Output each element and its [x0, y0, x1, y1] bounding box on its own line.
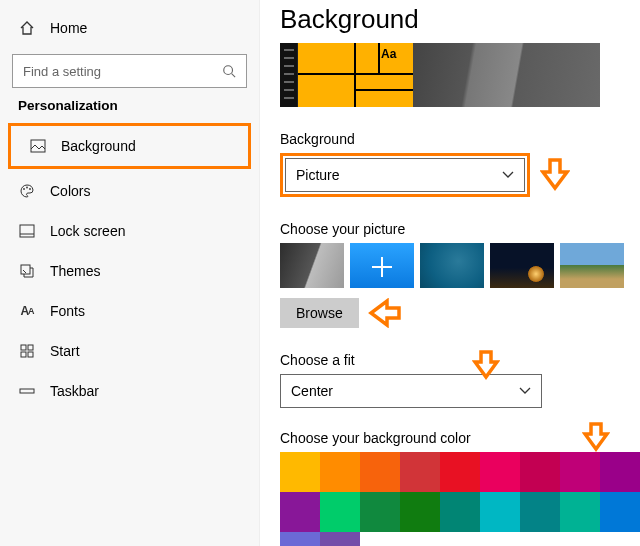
svg-rect-6 — [20, 225, 34, 237]
sidebar-item-label: Taskbar — [50, 383, 99, 399]
color-swatch[interactable] — [360, 492, 400, 532]
sidebar-item-lockscreen[interactable]: Lock screen — [0, 211, 259, 251]
color-swatch[interactable] — [520, 452, 560, 492]
annotation-box: Picture — [280, 153, 530, 197]
fonts-icon: AA — [18, 304, 36, 318]
picture-icon — [29, 139, 47, 153]
svg-rect-11 — [21, 352, 26, 357]
color-swatch[interactable] — [560, 452, 600, 492]
palette-icon — [18, 183, 36, 199]
svg-rect-13 — [20, 389, 34, 393]
themes-icon — [18, 263, 36, 279]
svg-rect-9 — [21, 345, 26, 350]
sidebar-item-label: Themes — [50, 263, 101, 279]
picture-thumb[interactable] — [420, 243, 484, 288]
picture-thumb[interactable] — [560, 243, 624, 288]
sidebar-item-start[interactable]: Start — [0, 331, 259, 371]
sidebar-item-background[interactable]: Background — [11, 126, 248, 166]
color-swatch[interactable] — [480, 492, 520, 532]
sidebar-item-label: Lock screen — [50, 223, 125, 239]
choose-color-label: Choose your background color — [280, 430, 624, 446]
svg-point-5 — [29, 188, 31, 190]
annotation-arrow-icon — [367, 298, 401, 328]
sidebar-home-label: Home — [50, 20, 87, 36]
color-swatch[interactable] — [600, 452, 640, 492]
taskbar-icon — [18, 386, 36, 396]
chevron-down-icon — [519, 387, 531, 395]
sidebar-home[interactable]: Home — [0, 8, 259, 48]
background-dropdown-value: Picture — [296, 167, 340, 183]
background-dropdown[interactable]: Picture — [285, 158, 525, 192]
chevron-down-icon — [502, 171, 514, 179]
color-swatch[interactable] — [600, 492, 640, 532]
browse-button[interactable]: Browse — [280, 298, 359, 328]
sidebar-item-label: Background — [61, 138, 136, 154]
background-label: Background — [280, 131, 624, 147]
color-swatch[interactable] — [520, 492, 560, 532]
annotation-arrow-icon — [582, 422, 610, 452]
color-swatch[interactable] — [480, 452, 520, 492]
svg-rect-10 — [28, 345, 33, 350]
picture-thumbnails — [280, 243, 624, 288]
picture-thumb[interactable] — [490, 243, 554, 288]
home-icon — [18, 20, 36, 36]
sidebar-item-label: Colors — [50, 183, 90, 199]
color-swatch[interactable] — [560, 492, 600, 532]
desktop-preview: Aa — [280, 43, 600, 107]
color-swatch[interactable] — [400, 452, 440, 492]
sidebar: Home Find a setting Personalization Back… — [0, 0, 260, 546]
annotation-arrow-icon — [472, 350, 500, 380]
sidebar-item-label: Fonts — [50, 303, 85, 319]
svg-rect-2 — [31, 140, 45, 152]
fit-dropdown-value: Center — [291, 383, 333, 399]
picture-thumb[interactable] — [350, 243, 414, 288]
svg-point-3 — [23, 188, 25, 190]
page-title: Background — [280, 4, 624, 35]
sidebar-category: Personalization — [0, 98, 259, 113]
color-swatch[interactable] — [440, 492, 480, 532]
sidebar-item-label: Start — [50, 343, 80, 359]
choose-fit-label: Choose a fit — [280, 352, 624, 368]
sidebar-item-colors[interactable]: Colors — [0, 171, 259, 211]
start-icon — [18, 344, 36, 358]
color-swatch[interactable] — [440, 452, 480, 492]
color-swatch[interactable] — [280, 532, 320, 546]
svg-point-4 — [26, 187, 28, 189]
color-swatch[interactable] — [320, 492, 360, 532]
lockscreen-icon — [18, 224, 36, 238]
color-swatch[interactable] — [360, 452, 400, 492]
sidebar-item-fonts[interactable]: AA Fonts — [0, 291, 259, 331]
color-swatch[interactable] — [280, 492, 320, 532]
color-swatch[interactable] — [400, 492, 440, 532]
color-swatch[interactable] — [320, 452, 360, 492]
svg-point-0 — [224, 66, 233, 75]
fit-dropdown[interactable]: Center — [280, 374, 542, 408]
picture-thumb[interactable] — [280, 243, 344, 288]
color-swatch[interactable] — [320, 532, 360, 546]
svg-line-1 — [232, 74, 236, 78]
annotation-arrow-icon — [540, 158, 570, 192]
search-input[interactable]: Find a setting — [12, 54, 247, 88]
color-swatch[interactable] — [280, 452, 320, 492]
preview-sample-text: Aa — [381, 47, 396, 61]
search-icon — [222, 64, 236, 78]
choose-picture-label: Choose your picture — [280, 221, 624, 237]
svg-rect-12 — [28, 352, 33, 357]
sidebar-item-themes[interactable]: Themes — [0, 251, 259, 291]
main-content: Background Aa Background Picture Choose … — [260, 0, 640, 546]
color-swatches — [280, 452, 640, 546]
sidebar-item-taskbar[interactable]: Taskbar — [0, 371, 259, 411]
search-placeholder: Find a setting — [23, 64, 101, 79]
